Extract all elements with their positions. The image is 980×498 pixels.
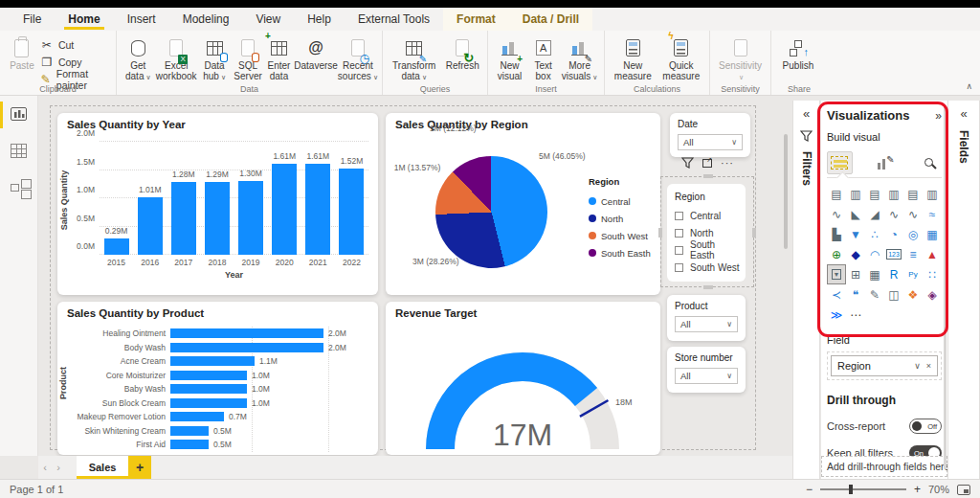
bar-2018[interactable] [205, 182, 230, 255]
model-view-button[interactable] [11, 184, 19, 192]
dataverse-button[interactable]: @ Dataverse [294, 34, 338, 71]
enter-data-button[interactable]: + Enter data [264, 34, 295, 81]
bar-2022[interactable] [339, 169, 364, 255]
chevron-down-icon[interactable]: ∨ [914, 361, 921, 371]
checkbox-icon[interactable] [675, 263, 683, 272]
build-visual-tab[interactable] [827, 151, 853, 174]
visual-type-filled-map[interactable]: ◆ [846, 244, 865, 264]
previous-page-arrow[interactable]: ‹ [38, 456, 52, 479]
visual-type-line-chart[interactable]: ∿ [827, 204, 846, 224]
analytics-tab[interactable] [916, 151, 942, 174]
visual-type-q-and-a[interactable]: ❝ [846, 284, 865, 305]
visual-type-ribbon-chart[interactable]: ≈ [923, 204, 942, 224]
visual-type-smart-narrative[interactable]: ✎ [865, 284, 884, 305]
menu-tab-modeling[interactable]: Modeling [169, 8, 243, 31]
visual-type-waterfall-chart[interactable]: ▙ [827, 224, 846, 244]
visual-type-multi-row-card[interactable]: ≡ [903, 244, 923, 264]
data-view-button[interactable] [11, 144, 27, 158]
bar-first-aid[interactable] [170, 440, 209, 449]
menu-tab-help[interactable]: Help [294, 8, 345, 31]
new-page-button[interactable]: + [128, 456, 151, 479]
bar-baby-wash[interactable] [170, 384, 247, 394]
visual-type-100-stacked-column-chart[interactable]: ▥ [923, 184, 942, 204]
bar-2016[interactable] [138, 197, 163, 255]
menu-tab-insert[interactable]: Insert [114, 8, 169, 31]
visual-type-area-chart[interactable]: ◣ [846, 204, 865, 224]
next-page-arrow[interactable]: › [52, 456, 65, 479]
quick-measure-button[interactable]: ϟ Quick measure [657, 34, 706, 81]
paste-button[interactable]: Paste [4, 34, 40, 71]
legend-item-south-west[interactable]: South West [589, 227, 651, 244]
sql-server-button[interactable]: SQL Server [232, 34, 263, 81]
region-option-central[interactable]: Central [675, 207, 742, 224]
visual-type-stacked-bar-chart[interactable]: ▤ [827, 184, 846, 204]
pane-scrollbar[interactable] [944, 105, 947, 469]
visual-type-stacked-column-chart[interactable]: ▥ [846, 184, 865, 204]
bar-skin-whitening-cream[interactable] [170, 426, 209, 436]
visual-type-line-and-clustered-column-chart[interactable]: ∿ [903, 204, 923, 224]
report-view-button[interactable] [11, 107, 27, 121]
collapse-ribbon-icon[interactable]: ∧ [966, 81, 972, 91]
visual-sales-quantity-by-year[interactable]: Sales Quantity by Year 0.0M0.5M1.0M1.5M2… [57, 113, 378, 295]
cut-button[interactable]: ✂Cut [40, 37, 112, 52]
bar-acne-cream[interactable] [170, 356, 255, 366]
visual-revenue-target[interactable]: Revenue Target 17M 18M [386, 302, 660, 455]
page-tab-sales[interactable]: Sales [77, 456, 128, 479]
visual-type-scatter-chart[interactable]: ∴ [865, 224, 884, 244]
visual-type-line-and-stacked-column-chart[interactable]: ∿ [884, 204, 903, 224]
filters-pane-collapsed[interactable]: « Filters [792, 101, 820, 479]
bar-makeup-remover-lotion[interactable] [170, 412, 224, 421]
publish-button[interactable]: ↑ Publish [775, 34, 821, 71]
menu-tab-data-drill[interactable]: Data / Drill [509, 8, 592, 31]
region-option-south-west[interactable]: South West [675, 259, 742, 276]
excel-workbook-button[interactable]: X Excel workbook [156, 34, 197, 81]
bar-2019[interactable] [238, 181, 263, 255]
visual-type-more-options[interactable]: ⋯ [846, 305, 865, 325]
refresh-button[interactable]: ↻ Refresh [441, 34, 483, 71]
bar-2020[interactable] [272, 164, 297, 255]
expand-filters-icon[interactable]: « [793, 101, 819, 121]
bar-2015[interactable] [104, 238, 129, 255]
visual-type-treemap[interactable]: ▦ [923, 224, 942, 244]
sensitivity-button[interactable]: Sensitivity ∨ [714, 34, 767, 82]
recent-sources-button[interactable]: ◷ Recent sources∨ [338, 34, 378, 82]
bar-2021[interactable] [305, 164, 330, 255]
canvas-scrollbar[interactable] [784, 134, 788, 249]
field-pill-region[interactable]: Region ∨ × [831, 355, 938, 376]
bar-core-moisturizer[interactable] [170, 371, 247, 380]
fields-pane-collapsed[interactable]: « Fields [947, 101, 980, 479]
visual-type-stacked-area-chart[interactable]: ◢ [865, 204, 884, 224]
visual-type-pie-chart[interactable]: ◔ [884, 224, 903, 244]
menu-tab-view[interactable]: View [242, 8, 294, 31]
visual-type-python-visual[interactable]: Py [903, 264, 923, 284]
visual-type-matrix[interactable]: ▦ [865, 264, 884, 284]
new-visual-button[interactable]: + New visual [492, 34, 527, 81]
visual-type-decomposition-tree[interactable]: ≺ [827, 284, 846, 305]
visual-type-r-script-visual[interactable]: R [884, 264, 903, 284]
more-options-icon[interactable]: ··· [721, 157, 734, 169]
legend-item-south-easth[interactable]: South Easth [589, 244, 651, 261]
visual-type-paginated-report[interactable]: ◫ [884, 284, 903, 305]
menu-tab-external-tools[interactable]: External Tools [345, 8, 443, 31]
visual-type-power-automate[interactable]: ≫ [827, 305, 846, 325]
expand-fields-icon[interactable]: « [948, 101, 979, 121]
visual-type-key-influencers[interactable]: ∷ [923, 264, 942, 284]
more-visuals-button[interactable]: ✎ More visuals∨ [559, 34, 600, 82]
bar-body-wash[interactable] [170, 343, 323, 352]
menu-tab-format[interactable]: Format [443, 8, 509, 31]
report-canvas[interactable]: Sales Quantity by Year 0.0M0.5M1.0M1.5M2… [38, 96, 792, 456]
checkbox-icon[interactable] [675, 246, 683, 255]
store-number-dropdown[interactable]: All∨ [675, 368, 738, 384]
visual-type-funnel-chart[interactable]: ▼ [846, 224, 865, 244]
format-visual-tab[interactable] [872, 151, 898, 174]
menu-tab-home[interactable]: Home [55, 8, 113, 31]
drill-through-dropzone[interactable]: Add drill-through fields here [821, 456, 947, 477]
region-option-south-easth[interactable]: South Easth [675, 241, 742, 259]
checkbox-icon[interactable] [675, 229, 683, 238]
fit-to-page-icon[interactable] [957, 485, 970, 495]
zoom-slider[interactable] [820, 488, 906, 490]
product-dropdown[interactable]: All∨ [675, 316, 738, 332]
visual-type-clustered-bar-chart[interactable]: ▤ [865, 184, 884, 204]
cross-report-toggle[interactable]: Off [909, 419, 942, 434]
legend-item-north[interactable]: North [589, 210, 651, 227]
